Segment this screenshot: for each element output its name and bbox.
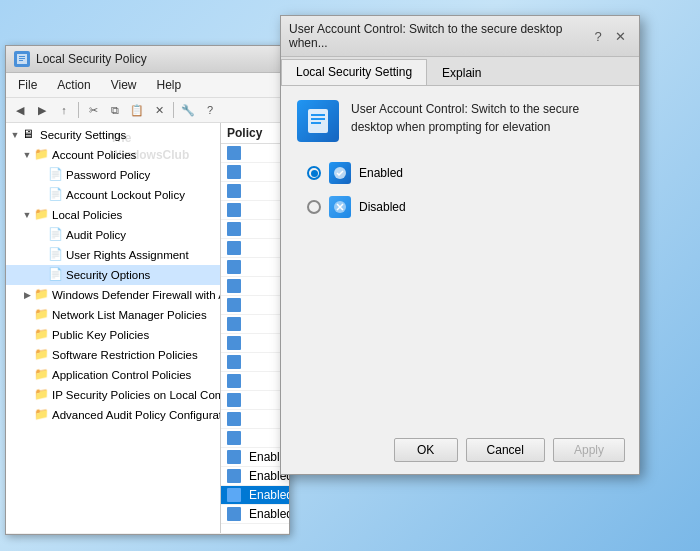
- tree-label-password: Password Policy: [66, 169, 150, 181]
- tree-icon-advaudit: 📁: [34, 407, 50, 423]
- toolbar-cut[interactable]: ✂: [83, 100, 103, 120]
- tree-item-software-restriction[interactable]: 📁 Software Restriction Policies: [6, 345, 220, 365]
- tree-item-public-key[interactable]: 📁 Public Key Policies: [6, 325, 220, 345]
- policy-header: Policy: [221, 123, 289, 144]
- toolbar-properties[interactable]: 🔧: [178, 100, 198, 120]
- tab-explain[interactable]: Explain: [427, 60, 496, 85]
- apply-button[interactable]: Apply: [553, 438, 625, 462]
- toolbar-up[interactable]: ↑: [54, 100, 74, 120]
- tree-item-lockout[interactable]: 📄 Account Lockout Policy: [6, 185, 220, 205]
- tree-label-netlist: Network List Manager Policies: [52, 309, 207, 321]
- svg-rect-3: [311, 118, 325, 120]
- policy-row[interactable]: User Ac...: [221, 429, 289, 448]
- tree-icon-security: 🖥: [22, 127, 38, 143]
- uac-description-text: User Account Control: Switch to the secu…: [351, 100, 623, 136]
- toolbar-forward[interactable]: ▶: [32, 100, 52, 120]
- policy-row-icon: [227, 374, 241, 388]
- tree-icon-local: 📁: [34, 207, 50, 223]
- tree-icon-appctrl: 📁: [34, 367, 50, 383]
- policy-row[interactable]: User Ac...: [221, 334, 289, 353]
- policy-row-icon: [227, 355, 241, 369]
- policy-row[interactable]: System...: [221, 296, 289, 315]
- policy-row[interactable]: Netwo...: [221, 144, 289, 163]
- toolbar-delete[interactable]: ✕: [149, 100, 169, 120]
- tree-item-network-list[interactable]: 📁 Network List Manager Policies: [6, 305, 220, 325]
- tree-label-audit: Audit Policy: [66, 229, 126, 241]
- uac-option-enabled: Enabled: [307, 162, 623, 184]
- policy-row-icon: [227, 241, 241, 255]
- uac-close-button[interactable]: ✕: [609, 26, 631, 46]
- toolbar-back[interactable]: ◀: [10, 100, 30, 120]
- radio-disabled-outer[interactable]: [307, 200, 321, 214]
- toolbar-paste[interactable]: 📋: [127, 100, 147, 120]
- policy-row-icon: [227, 431, 241, 445]
- ok-button[interactable]: OK: [394, 438, 458, 462]
- uac-tabs: Local Security Setting Explain: [281, 57, 639, 86]
- tree-item-password[interactable]: 📄 Password Policy: [6, 165, 220, 185]
- svg-rect-2: [311, 114, 325, 116]
- policy-row[interactable]: Shutdo...: [221, 201, 289, 220]
- tree-label-advaudit: Advanced Audit Policy Configuration: [52, 409, 220, 421]
- lsp-content: ▼ 🖥 Security Settings ▼ 📁 Account Polici…: [6, 123, 289, 533]
- tree-icon-user-rights: 📄: [48, 247, 64, 263]
- policy-row[interactable]: Netwo...: [221, 163, 289, 182]
- radio-enabled-inner: [311, 170, 318, 177]
- menu-file[interactable]: File: [14, 76, 41, 94]
- policy-row[interactable]: User Ac...: [221, 353, 289, 372]
- lsp-title-icon: [14, 51, 30, 67]
- enabled-label: Enabled: [359, 166, 403, 180]
- uac-titlebar: User Account Control: Switch to the secu…: [281, 16, 639, 57]
- tree-item-advanced-audit[interactable]: 📁 Advanced Audit Policy Configuration: [6, 405, 220, 425]
- toolbar-copy[interactable]: ⧉: [105, 100, 125, 120]
- policy-row-icon: [227, 488, 241, 502]
- policy-row[interactable]: User Account Control: Run all administra…: [221, 467, 289, 486]
- menu-help[interactable]: Help: [153, 76, 186, 94]
- tree-arrow-local: ▼: [20, 210, 34, 220]
- tree-item-audit[interactable]: 📄 Audit Policy: [6, 225, 220, 245]
- disabled-icon: [329, 196, 351, 218]
- tree-item-local-policies[interactable]: ▼ 📁 Local Policies: [6, 205, 220, 225]
- tab-local-security-setting[interactable]: Local Security Setting: [281, 59, 427, 85]
- policy-row[interactable]: System...: [221, 315, 289, 334]
- policy-row-icon: [227, 203, 241, 217]
- tree-label-pubkey: Public Key Policies: [52, 329, 149, 341]
- policy-row[interactable]: System...: [221, 258, 289, 277]
- policy-row-icon: [227, 184, 241, 198]
- tree-label-appctrl: Application Control Policies: [52, 369, 191, 381]
- tree-item-defender[interactable]: ▶ 📁 Windows Defender Firewall with Adva.…: [6, 285, 220, 305]
- radio-enabled-outer[interactable]: [307, 166, 321, 180]
- policy-row[interactable]: User Ac...: [221, 410, 289, 429]
- disabled-label: Disabled: [359, 200, 406, 214]
- policy-row[interactable]: User Account Control: Switch to the secu…: [221, 486, 289, 505]
- policy-row[interactable]: User Account Control: Virtualize file an…: [221, 505, 289, 524]
- policy-row[interactable]: User Ac...: [221, 391, 289, 410]
- tree-item-ip-security[interactable]: 📁 IP Security Policies on Local Compute.…: [6, 385, 220, 405]
- cancel-button[interactable]: Cancel: [466, 438, 545, 462]
- policy-row[interactable]: System...: [221, 239, 289, 258]
- policy-row-value: Enabled: [249, 507, 289, 521]
- tree-item-account-policies[interactable]: ▼ 📁 Account Policies: [6, 145, 220, 165]
- tree-item-app-control[interactable]: 📁 Application Control Policies: [6, 365, 220, 385]
- lsp-menu: File Action View Help: [6, 73, 289, 98]
- uac-help-button[interactable]: ?: [587, 26, 609, 46]
- tree-item-security-options[interactable]: 📄 Security Options: [6, 265, 220, 285]
- policy-row[interactable]: User Ac...: [221, 372, 289, 391]
- policy-row[interactable]: User Account Control: Only elevate UnACC…: [221, 448, 289, 467]
- policy-row[interactable]: Shutdo...: [221, 220, 289, 239]
- tree-item-security-settings[interactable]: ▼ 🖥 Security Settings: [6, 125, 220, 145]
- policy-row-icon: [227, 450, 241, 464]
- policy-row-icon: [227, 279, 241, 293]
- menu-action[interactable]: Action: [53, 76, 94, 94]
- toolbar-help[interactable]: ?: [200, 100, 220, 120]
- tree-icon-pubkey: 📁: [34, 327, 50, 343]
- tree-icon-audit: 📄: [48, 227, 64, 243]
- uac-footer: OK Cancel Apply: [394, 438, 625, 462]
- svg-rect-4: [311, 122, 321, 124]
- policy-row-icon: [227, 336, 241, 350]
- lsp-window: Local Security Policy File Action View H…: [5, 45, 290, 535]
- policy-row[interactable]: System...: [221, 277, 289, 296]
- tree-label-user-rights: User Rights Assignment: [66, 249, 189, 261]
- policy-row[interactable]: Recove...: [221, 182, 289, 201]
- menu-view[interactable]: View: [107, 76, 141, 94]
- tree-item-user-rights[interactable]: 📄 User Rights Assignment: [6, 245, 220, 265]
